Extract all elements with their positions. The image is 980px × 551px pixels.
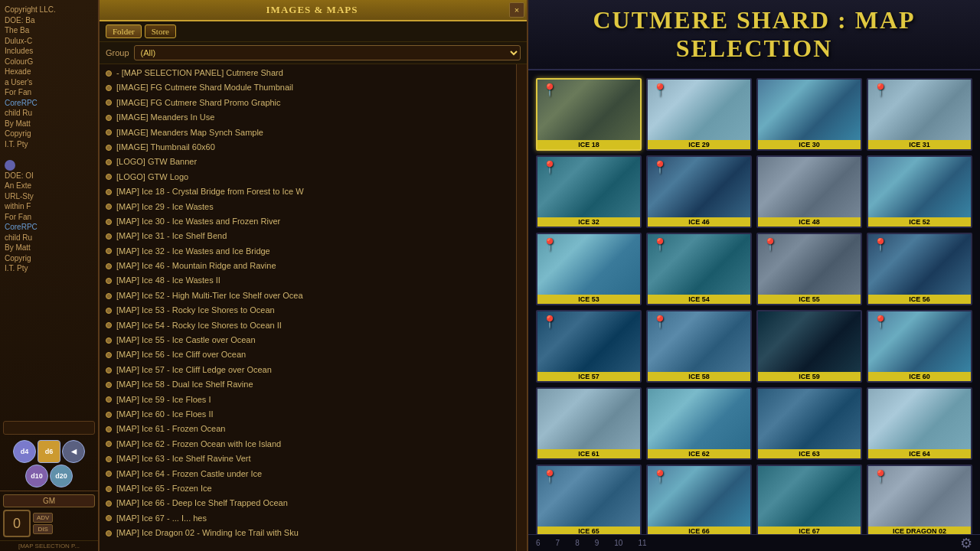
- map-grid-area[interactable]: 📍ICE 18📍ICE 29ICE 30📍ICE 31📍ICE 32📍ICE 4…: [528, 70, 980, 534]
- map-thumb-ice-29[interactable]: 📍ICE 29: [646, 78, 752, 151]
- list-item[interactable]: [IMAGE] Thumbnail 60x60: [100, 140, 516, 155]
- map-thumb-ice-31[interactable]: 📍ICE 31: [867, 78, 972, 151]
- list-item[interactable]: [MAP] Ice 30 - Ice Wastes and Frozen Riv…: [100, 214, 516, 229]
- map-thumb-ice-60[interactable]: 📍ICE 60: [867, 310, 972, 383]
- search-bar[interactable]: [3, 421, 95, 435]
- sidebar-text-13: I.T. Pty: [5, 139, 93, 150]
- map-thumb-ice-55[interactable]: 📍ICE 55: [756, 233, 862, 305]
- list-item-text-29: [MAP] Ice 66 - Deep Ice Shelf Trapped Oc…: [116, 497, 288, 509]
- list-item-text-13: [MAP] Ice 46 - Mountain Ridge and Ravine: [116, 260, 276, 272]
- map-thumb-ice-66[interactable]: 📍ICE 66: [646, 465, 752, 534]
- map-label-ICE 56: ICE 56: [868, 295, 971, 304]
- list-item[interactable]: [MAP] Ice 52 - High Multi-Tier Ice Shelf…: [100, 289, 516, 303]
- dice-d10[interactable]: d10: [25, 465, 48, 487]
- list-item[interactable]: [MAP] Ice 57 - Ice Cliff Ledge over Ocea…: [100, 363, 516, 377]
- list-item[interactable]: [MAP] Ice 53 - Rocky Ice Shores to Ocean: [100, 303, 516, 318]
- map-thumb-ice-53[interactable]: 📍ICE 53: [536, 233, 642, 305]
- map-thumb-ice-58[interactable]: 📍ICE 58: [646, 310, 752, 383]
- list-item[interactable]: [LOGO] GTW Logo: [100, 170, 516, 184]
- store-button[interactable]: Store: [145, 24, 176, 38]
- dice-d6[interactable]: d6: [38, 440, 60, 463]
- token-value: 0: [13, 516, 21, 532]
- list-item[interactable]: [MAP] Ice 59 - Ice Floes I: [100, 393, 516, 407]
- map-thumb-ice-62[interactable]: ICE 62: [646, 387, 752, 460]
- map-thumb-ice-dragon 02[interactable]: 📍ICE DRAGON 02: [867, 465, 972, 534]
- list-item-text-26: [MAP] Ice 63 - Ice Shelf Ravine Vert: [116, 453, 250, 465]
- map-detail-ICE 56: [868, 234, 971, 290]
- panel-close-button[interactable]: ×: [509, 2, 524, 18]
- sidebar-link-1[interactable]: CoreRPC: [5, 98, 93, 109]
- list-item[interactable]: [LOGO] GTW Banner: [100, 155, 516, 169]
- list-item[interactable]: [MAP] Ice 64 - Frozen Castle under Ice: [100, 467, 516, 481]
- search-area: [0, 419, 98, 437]
- map-thumb-ice-48[interactable]: ICE 48: [756, 155, 862, 228]
- list-item[interactable]: [IMAGE] FG Cutmere Shard Promo Graphic: [100, 96, 516, 110]
- list-item[interactable]: - [MAP SELECTION PANEL] Cutmere Shard: [100, 66, 516, 80]
- map-detail-ICE 29: [648, 80, 750, 135]
- list-item[interactable]: [IMAGE] Meanders In Use: [100, 110, 516, 125]
- map-label-ICE 55: ICE 55: [758, 295, 861, 304]
- map-thumb-ice-32[interactable]: 📍ICE 32: [536, 155, 642, 228]
- list-item-text-25: [MAP] Ice 62 - Frozen Ocean with Ice Isl…: [116, 439, 281, 450]
- map-thumb-ice-52[interactable]: ICE 52: [867, 155, 972, 228]
- map-thumb-ice-57[interactable]: 📍ICE 57: [536, 310, 642, 383]
- list-item[interactable]: [MAP] Ice 65 - Frozen Ice: [100, 481, 516, 496]
- sidebar-text-10: child Ru: [5, 108, 93, 119]
- map-thumb-ice-56[interactable]: 📍ICE 56: [867, 233, 972, 305]
- list-item[interactable]: [MAP] Ice 32 - Ice Wastes and Ice Bridge: [100, 244, 516, 259]
- sidebar-link-2[interactable]: CoreRPC: [5, 222, 93, 233]
- list-item[interactable]: [MAP] Ice 48 - Ice Wastes II: [100, 273, 516, 288]
- panel-scrollbar[interactable]: [516, 64, 527, 551]
- sidebar-text: Copyright LLC. DOE: Ba The Ba Dulux-C In…: [3, 3, 95, 276]
- dis-button[interactable]: DIS: [33, 524, 53, 534]
- map-detail-ICE 53: [537, 234, 640, 290]
- list-item-text-8: [MAP] Ice 18 - Crystal Bridge from Fores…: [116, 186, 304, 197]
- map-detail-ICE 57: [537, 311, 640, 367]
- map-label-ICE 32: ICE 32: [537, 217, 640, 227]
- list-item[interactable]: [MAP] Ice 61 - Frozen Ocean: [100, 422, 516, 436]
- list-item[interactable]: [IMAGE] Meanders Map Synch Sample: [100, 126, 516, 140]
- list-item-text-11: [MAP] Ice 31 - Ice Shelf Bend: [116, 230, 227, 242]
- list-item[interactable]: [MAP] Ice Dragon 02 - Winding Ice Trail …: [100, 526, 516, 540]
- list-item[interactable]: [MAP] Ice 29 - Ice Wastes: [100, 200, 516, 214]
- map-thumb-ice-65[interactable]: 📍ICE 65: [536, 465, 642, 534]
- list-bullet-16: [106, 308, 112, 314]
- map-thumb-ice-59[interactable]: ICE 59: [756, 310, 862, 383]
- list-item[interactable]: [MAP] Ice 31 - Ice Shelf Bend: [100, 229, 516, 243]
- list-item[interactable]: [MAP] Ice 60 - Ice Floes II: [100, 407, 516, 422]
- list-item[interactable]: [MAP] Ice 56 - Ice Cliff over Ocean: [100, 347, 516, 362]
- map-thumb-ice-63[interactable]: ICE 63: [756, 387, 862, 460]
- map-thumb-ice-30[interactable]: ICE 30: [756, 78, 862, 151]
- list-item[interactable]: [MAP] Ice 55 - Ice Castle over Ocean: [100, 333, 516, 347]
- dice-d20[interactable]: d20: [50, 465, 73, 487]
- group-select[interactable]: (All) Maps Images Logos: [134, 45, 521, 60]
- map-thumb-ice-67[interactable]: ICE 67: [756, 465, 862, 534]
- map-detail-ICE 46: [648, 157, 750, 213]
- map-thumb-ice-54[interactable]: 📍ICE 54: [646, 233, 752, 305]
- map-detail-ICE 48: [758, 157, 861, 213]
- map-detail-ICE 59: [758, 311, 861, 367]
- list-item[interactable]: [MAP] Ice 63 - Ice Shelf Ravine Vert: [100, 452, 516, 466]
- list-item[interactable]: [MAP] Ice 46 - Mountain Ridge and Ravine: [100, 259, 516, 273]
- list-item[interactable]: [MAP] Ice 58 - Dual Ice Shelf Ravine: [100, 377, 516, 392]
- map-thumb-ice-18[interactable]: 📍ICE 18: [536, 78, 642, 151]
- map-thumb-ice-46[interactable]: 📍ICE 46: [646, 155, 752, 228]
- map-thumb-ice-61[interactable]: ICE 61: [536, 387, 642, 460]
- sidebar-text-19: child Ru: [5, 233, 93, 243]
- list-item[interactable]: [MAP] Ice 62 - Frozen Ocean with Ice Isl…: [100, 437, 516, 452]
- dice-left-arrow[interactable]: ◀: [62, 440, 85, 463]
- list-item[interactable]: [MAP] Ice 54 - Rocky Ice Shores to Ocean…: [100, 318, 516, 333]
- map-detail-ICE 64: [868, 389, 971, 445]
- list-item-text-5: [IMAGE] Thumbnail 60x60: [116, 142, 215, 153]
- folder-button[interactable]: Folder: [106, 24, 142, 38]
- list-item[interactable]: [IMAGE] FG Cutmere Shard Module Thumbnai…: [100, 80, 516, 95]
- sidebar-text-9: For Fan: [5, 87, 93, 98]
- list-item[interactable]: [MAP] Ice 67 - ... I... hes: [100, 511, 516, 526]
- adv-button[interactable]: ADV: [33, 513, 53, 523]
- list-item[interactable]: [MAP] Ice 66 - Deep Ice Shelf Trapped Oc…: [100, 496, 516, 510]
- items-list[interactable]: - [MAP SELECTION PANEL] Cutmere Shard[IM…: [100, 64, 516, 551]
- dice-d4[interactable]: d4: [13, 440, 36, 463]
- list-item[interactable]: [MAP] Ice 18 - Crystal Bridge from Fores…: [100, 184, 516, 199]
- list-item-text-22: [MAP] Ice 59 - Ice Floes I: [116, 394, 211, 406]
- map-thumb-ice-64[interactable]: ICE 64: [867, 387, 972, 460]
